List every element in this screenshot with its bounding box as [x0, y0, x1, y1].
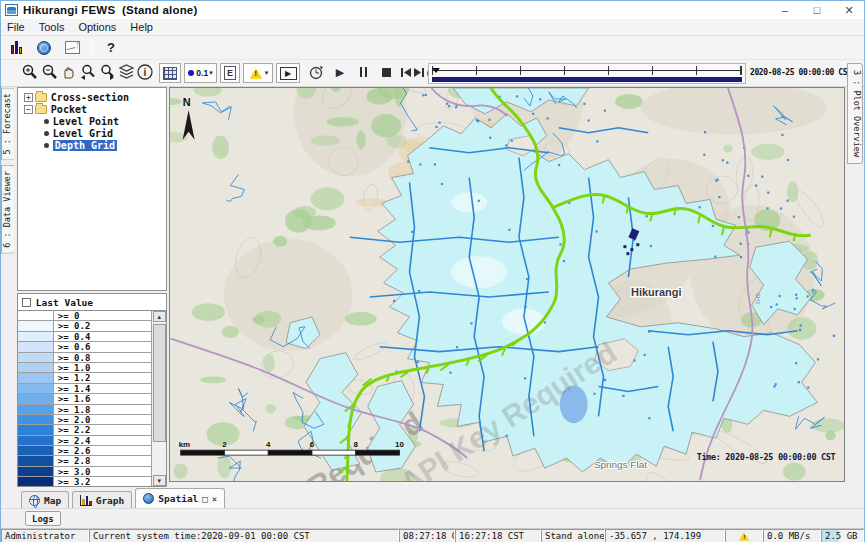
legend-value: >= 0.8 — [54, 353, 151, 362]
legend-row: >= 3.2 — [18, 477, 151, 487]
zoom-out-icon[interactable] — [41, 63, 59, 85]
grid-display-button[interactable] — [159, 63, 181, 83]
folder-icon — [35, 93, 47, 102]
maximize-button[interactable]: □ — [808, 2, 826, 18]
legend-swatch — [18, 332, 54, 341]
legend-swatch — [18, 456, 54, 465]
pause-button[interactable] — [354, 63, 372, 81]
scroll-up-icon[interactable]: ▲ — [153, 311, 166, 322]
map-view: API Key Required — [169, 87, 845, 482]
legend-swatch — [18, 477, 54, 486]
legend-row: >= 0.6 — [18, 342, 151, 352]
map-canvas[interactable]: API Key Required — [170, 88, 844, 481]
tab-spatial[interactable]: Spatial □ ✕ — [135, 488, 225, 508]
zoom-next-icon[interactable] — [98, 63, 117, 85]
explorer-globe-icon[interactable] — [35, 39, 53, 57]
interval-dropdown-button[interactable]: 0.1▾ — [184, 63, 217, 83]
menu-help[interactable]: Help — [130, 21, 153, 33]
legend-swatch — [18, 342, 54, 351]
legend-row: >= 2.8 — [18, 456, 151, 466]
help-icon[interactable]: ? — [102, 39, 120, 57]
status-mode: Stand alone — [541, 529, 605, 542]
legend-swatch — [18, 384, 54, 393]
tree-item-pocket[interactable]: − Pocket — [18, 103, 166, 115]
legend-row: >= 1.2 — [18, 373, 151, 383]
town-label: Hikurangi — [631, 286, 681, 298]
label-display-button[interactable]: E — [220, 63, 240, 83]
panel-close-icon[interactable]: ✕ — [212, 494, 217, 504]
legend-swatch — [18, 394, 54, 403]
pan-hand-icon[interactable] — [60, 63, 78, 85]
legend-scrollbar[interactable]: ▲ ▼ — [151, 311, 166, 486]
status-transfer-rate: 0.0 MB/s — [763, 529, 821, 542]
time-slider-thumb[interactable] — [432, 68, 440, 73]
bottom-tab-bar: Map Graph Spatial □ ✕ — [1, 488, 864, 508]
tree-item-level-grid[interactable]: Level Grid — [18, 127, 166, 139]
database-icon[interactable] — [7, 39, 25, 57]
thresholds-dropdown-button[interactable]: ▾ — [243, 63, 273, 83]
logs-bar: Logs — [1, 508, 864, 528]
panel-restore-icon[interactable]: □ — [202, 494, 207, 504]
minimize-button[interactable]: – — [776, 2, 794, 18]
app-logo-icon — [5, 4, 18, 16]
legend-value: >= 1.8 — [54, 405, 151, 414]
close-button[interactable]: ✕ — [840, 2, 858, 18]
tab-plot-overview[interactable]: 3 : Plot Overview — [847, 63, 863, 164]
svg-text:2: 2 — [222, 440, 227, 449]
legend-swatch — [18, 405, 54, 414]
tab-forecast[interactable]: 5 : Forecast — [1, 87, 14, 160]
menu-options[interactable]: Options — [78, 21, 116, 33]
status-warning[interactable] — [725, 529, 763, 542]
map-time-label: Time: 2020-08-25 00:00:00 CST — [697, 452, 836, 462]
play-button[interactable]: ▶ — [331, 63, 349, 81]
layers-tree: + Cross-section − Pocket Level Point Lev… — [17, 87, 167, 291]
legend-swatch — [18, 467, 54, 476]
legend-value: >= 2.4 — [54, 436, 151, 445]
tree-item-depth-grid[interactable]: Depth Grid — [18, 139, 166, 151]
legend-value: >= 1.4 — [54, 384, 151, 393]
legend-header: Last Value — [17, 293, 167, 310]
layers-icon[interactable] — [117, 63, 136, 85]
last-value-checkbox[interactable] — [22, 298, 31, 307]
menu-bar: File Tools Options Help — [1, 19, 864, 36]
stop-button[interactable] — [377, 63, 395, 81]
status-gmt-time: 08:27:18 GMT — [399, 529, 455, 542]
legend-row: >= 2.0 — [18, 415, 151, 425]
chevron-down-icon: ▾ — [265, 69, 269, 77]
legend-value: >= 0.4 — [54, 332, 151, 341]
legend-table: >= 0>= 0.2>= 0.4>= 0.6>= 0.8>= 1.0>= 1.2… — [17, 310, 167, 487]
legend-row: >= 0.2 — [18, 321, 151, 331]
tree-item-level-point[interactable]: Level Point — [18, 115, 166, 127]
logs-button[interactable]: Logs — [25, 511, 61, 526]
legend-swatch — [18, 425, 54, 434]
legend-value: >= 0 — [54, 311, 151, 320]
zoom-previous-icon[interactable] — [79, 63, 98, 85]
timeseries-dialog-icon[interactable] — [63, 39, 81, 57]
svg-text:8: 8 — [354, 440, 359, 449]
zoom-in-icon[interactable] — [21, 63, 39, 85]
timer-icon[interactable] — [307, 63, 325, 85]
menu-file[interactable]: File — [7, 21, 25, 33]
expand-icon[interactable]: + — [24, 93, 33, 102]
app-window: Hikurangi FEWS (Stand alone) – □ ✕ File … — [0, 0, 865, 542]
time-slider-rail[interactable] — [432, 66, 742, 75]
tree-item-cross-section[interactable]: + Cross-section — [18, 91, 166, 103]
legend-row: >= 0.4 — [18, 332, 151, 342]
legend-row: >= 0.8 — [18, 353, 151, 363]
scrollbar-thumb[interactable] — [153, 324, 166, 442]
scroll-down-icon[interactable]: ▼ — [153, 475, 166, 486]
menu-tools[interactable]: Tools — [39, 21, 65, 33]
title-bar: Hikurangi FEWS (Stand alone) – □ ✕ — [1, 1, 864, 19]
tab-map[interactable]: Map — [21, 491, 69, 508]
legend-value: >= 0.2 — [54, 321, 151, 330]
tab-data-viewer[interactable]: 6 : Data Viewer — [1, 165, 14, 254]
tab-graph[interactable]: Graph — [72, 491, 132, 508]
legend-swatch — [18, 321, 54, 330]
info-icon[interactable]: i — [136, 63, 154, 85]
bullet-icon — [44, 143, 49, 148]
animation-button[interactable]: ▶ — [276, 63, 300, 83]
legend-swatch — [18, 363, 54, 372]
svg-text:10: 10 — [395, 440, 404, 449]
time-slider[interactable] — [428, 63, 746, 84]
collapse-icon[interactable]: − — [24, 105, 33, 114]
